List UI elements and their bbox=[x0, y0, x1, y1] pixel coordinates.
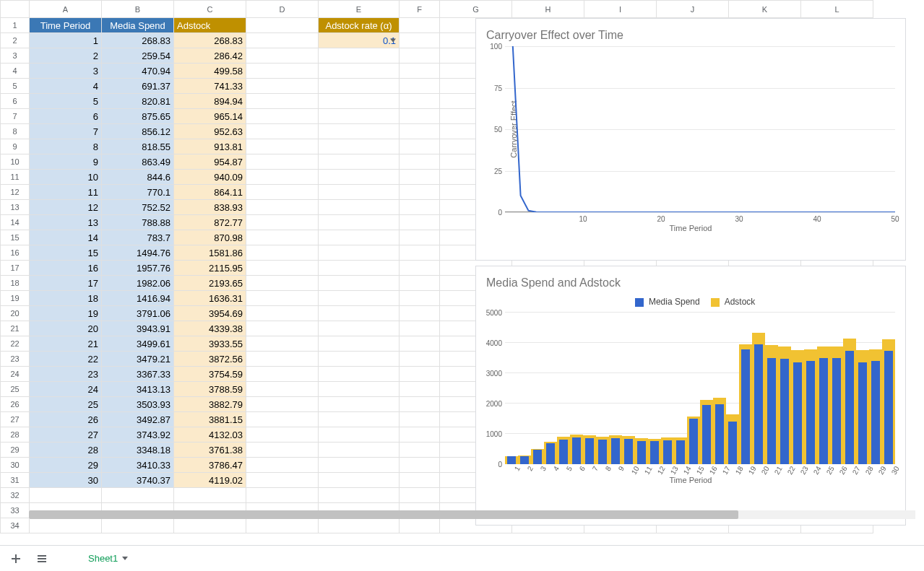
cell[interactable] bbox=[319, 230, 400, 245]
cell[interactable] bbox=[319, 443, 400, 458]
cell[interactable] bbox=[246, 427, 319, 443]
row-header-2[interactable]: 2 bbox=[1, 33, 30, 48]
chart-spend-adstock[interactable]: Media Spend and Adstock Media Spend Adst… bbox=[475, 266, 906, 526]
cell-time[interactable]: 28 bbox=[30, 443, 102, 458]
select-all-cell[interactable] bbox=[1, 1, 30, 18]
cell[interactable] bbox=[246, 352, 319, 367]
cell[interactable] bbox=[246, 215, 319, 230]
cell-spend[interactable]: 470.94 bbox=[102, 64, 174, 79]
column-header-G[interactable]: G bbox=[440, 1, 512, 18]
sheet-tab-sheet1[interactable]: Sheet1 bbox=[78, 549, 138, 568]
cell-spend[interactable]: 875.65 bbox=[102, 109, 174, 124]
cell-adstock[interactable]: 741.33 bbox=[174, 79, 246, 94]
cell[interactable] bbox=[319, 291, 400, 306]
row-header-12[interactable]: 12 bbox=[1, 185, 30, 200]
cell-adstock[interactable]: 1636.31 bbox=[174, 291, 246, 306]
cell[interactable] bbox=[246, 367, 319, 382]
row-header-17[interactable]: 17 bbox=[1, 261, 30, 276]
cell[interactable] bbox=[319, 412, 400, 427]
cell[interactable] bbox=[400, 382, 440, 397]
cell-spend[interactable]: 259.54 bbox=[102, 48, 174, 64]
cell[interactable] bbox=[400, 48, 440, 64]
cell-time[interactable]: 24 bbox=[30, 382, 102, 397]
cell-adstock[interactable]: 286.42 bbox=[174, 48, 246, 64]
cell-adstock[interactable]: 3881.15 bbox=[174, 412, 246, 427]
cell[interactable] bbox=[246, 276, 319, 291]
chart-carryover[interactable]: Carryover Effect over Time Carryover Eff… bbox=[475, 18, 906, 261]
column-header-I[interactable]: I bbox=[584, 1, 657, 18]
row-header-13[interactable]: 13 bbox=[1, 200, 30, 215]
cell[interactable] bbox=[400, 18, 440, 33]
column-header-A[interactable]: A bbox=[30, 1, 102, 18]
cell[interactable] bbox=[319, 397, 400, 412]
all-sheets-button[interactable] bbox=[32, 549, 52, 569]
cell-time[interactable]: 14 bbox=[30, 230, 102, 245]
cell-adstock[interactable]: 870.98 bbox=[174, 230, 246, 245]
cell[interactable] bbox=[400, 139, 440, 154]
cell[interactable] bbox=[400, 245, 440, 261]
cell[interactable] bbox=[400, 154, 440, 170]
cell-time[interactable]: 29 bbox=[30, 458, 102, 473]
cell-spend[interactable]: 3740.37 bbox=[102, 473, 174, 488]
cell-adstock[interactable]: 954.87 bbox=[174, 154, 246, 170]
cell[interactable] bbox=[246, 154, 319, 170]
row-header-9[interactable]: 9 bbox=[1, 139, 30, 154]
cell-adstock[interactable]: 3788.59 bbox=[174, 382, 246, 397]
cell-time[interactable]: 4 bbox=[30, 79, 102, 94]
cell[interactable] bbox=[30, 518, 102, 533]
cell-adstock[interactable]: 3786.47 bbox=[174, 458, 246, 473]
row-header-25[interactable]: 25 bbox=[1, 382, 30, 397]
cell[interactable] bbox=[174, 518, 246, 533]
cell-spend[interactable]: 3413.13 bbox=[102, 382, 174, 397]
cell[interactable] bbox=[246, 321, 319, 336]
cell[interactable] bbox=[246, 94, 319, 109]
cell[interactable] bbox=[400, 64, 440, 79]
cell-time[interactable]: 17 bbox=[30, 276, 102, 291]
cell[interactable] bbox=[246, 261, 319, 276]
cell-spend[interactable]: 856.12 bbox=[102, 124, 174, 139]
cell-spend[interactable]: 3743.92 bbox=[102, 427, 174, 443]
cell[interactable] bbox=[319, 261, 400, 276]
cell-time[interactable]: 5 bbox=[30, 94, 102, 109]
cell[interactable] bbox=[246, 473, 319, 488]
cell-spend[interactable]: 820.81 bbox=[102, 94, 174, 109]
cell-time[interactable]: 19 bbox=[30, 306, 102, 321]
cell[interactable] bbox=[400, 352, 440, 367]
column-header-F[interactable]: F bbox=[400, 1, 440, 18]
cell-adstock[interactable]: 3954.69 bbox=[174, 306, 246, 321]
row-header-21[interactable]: 21 bbox=[1, 321, 30, 336]
cell[interactable] bbox=[400, 200, 440, 215]
cell[interactable] bbox=[246, 18, 319, 33]
cell[interactable] bbox=[319, 185, 400, 200]
cell[interactable] bbox=[319, 64, 400, 79]
column-header-C[interactable]: C bbox=[174, 1, 246, 18]
cell[interactable] bbox=[319, 109, 400, 124]
adstock-rate-dropdown[interactable]: 0.1 bbox=[319, 33, 400, 48]
cell[interactable] bbox=[30, 488, 102, 503]
cell-time[interactable]: 2 bbox=[30, 48, 102, 64]
header-time-period[interactable]: Time Period bbox=[30, 18, 102, 33]
cell[interactable] bbox=[246, 336, 319, 352]
cell-spend[interactable]: 3503.93 bbox=[102, 397, 174, 412]
cell[interactable] bbox=[319, 124, 400, 139]
row-header-23[interactable]: 23 bbox=[1, 352, 30, 367]
cell[interactable] bbox=[319, 306, 400, 321]
row-header-7[interactable]: 7 bbox=[1, 109, 30, 124]
cell[interactable] bbox=[246, 124, 319, 139]
cell[interactable] bbox=[319, 473, 400, 488]
row-header-18[interactable]: 18 bbox=[1, 276, 30, 291]
chevron-down-icon[interactable] bbox=[122, 557, 128, 560]
cell[interactable] bbox=[246, 488, 319, 503]
cell[interactable] bbox=[400, 291, 440, 306]
cell-spend[interactable]: 3410.33 bbox=[102, 458, 174, 473]
cell-adstock[interactable]: 894.94 bbox=[174, 94, 246, 109]
cell-time[interactable]: 15 bbox=[30, 245, 102, 261]
cell-adstock[interactable]: 2115.95 bbox=[174, 261, 246, 276]
cell[interactable] bbox=[319, 352, 400, 367]
cell-adstock[interactable]: 268.83 bbox=[174, 33, 246, 48]
cell[interactable] bbox=[246, 139, 319, 154]
cell[interactable] bbox=[102, 518, 174, 533]
row-header-20[interactable]: 20 bbox=[1, 306, 30, 321]
cell[interactable] bbox=[400, 33, 440, 48]
header-adstock-rate[interactable]: Adstock rate (α) bbox=[319, 18, 400, 33]
